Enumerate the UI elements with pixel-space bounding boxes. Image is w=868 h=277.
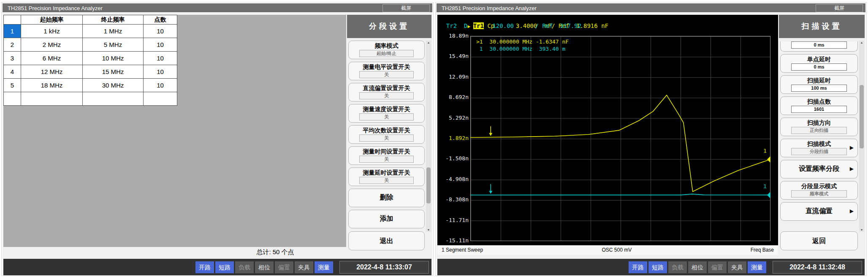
table-row[interactable]: 5 18 MHz 30 MHz 10 [4,79,177,92]
screen: TH2851 Precision Impedance Analyzer 截屏 起… [0,0,868,277]
row-stop[interactable] [83,92,144,106]
cal-fixture-button[interactable]: 夹具 [295,261,313,273]
row-points[interactable]: 10 [144,25,177,38]
row-num[interactable]: 1 [4,25,21,38]
button-value: 关 [359,92,414,99]
cal-short-button[interactable]: 短路 [215,261,234,273]
scroll-up-icon[interactable]: ▲ [426,41,431,44]
sweep-points-button[interactable]: 扫描点数 1601 [780,96,858,115]
speed-switch-button[interactable]: 测量速度设置开关 关 [348,104,425,123]
cal-fixture-button[interactable]: 夹具 [728,261,746,273]
sweep-type-label: 1 Segment Sweep [442,247,483,253]
col-header-stop: 终止频率 [83,15,144,25]
statusbar: 开路 短路 负载 相位 偏置 夹具 测量 2022-4-8 11:32:48 [437,259,865,275]
level-switch-button[interactable]: 测量电平设置开关 关 [348,62,425,80]
button-value: 关 [359,71,414,78]
measure-button[interactable]: 测量 [315,261,333,273]
button-value: 0 ms [791,63,846,71]
table-row[interactable] [4,92,177,106]
row-start[interactable]: 18 MHz [21,79,83,92]
segment-display-mode-button[interactable]: 分段显示模式 频率模式 [780,181,858,200]
panel-scrollbar[interactable]: ▲ ▼ [859,41,864,232]
osc-level-label: OSC 500 mV [602,247,632,253]
y-tick-label: -11.71n [437,217,469,223]
cal-phase-button[interactable]: 相位 [688,261,707,273]
row-start[interactable]: 1 kHz [21,25,83,38]
y-tick-label: -1.508n [437,155,469,162]
freq-mode-button[interactable]: 频率模式 起始/终止 [348,41,425,59]
point-delay-button-partial[interactable]: 0 ms [780,41,858,52]
sweep-direction-button[interactable]: 扫描方向 正向扫描 [780,118,858,136]
segment-table[interactable]: 起始频率 终止频率 点数 1 1 kHz 1 MHz 10 2 2 MHz 5 … [3,15,177,106]
dc-bias-switch-button[interactable]: 直流偏置设置开关 关 [348,83,425,101]
cal-open-button[interactable]: 开路 [629,261,647,273]
cal-open-button[interactable]: 开路 [195,261,214,273]
row-start[interactable]: 12 MHz [21,65,83,79]
single-point-delay-button[interactable]: 单点延时 0 ms [780,54,858,73]
button-value: 分段扫描 [791,148,846,155]
scroll-up-icon[interactable]: ▲ [859,41,864,44]
panel-scrollbar[interactable]: ▲ ▼ [426,41,431,232]
table-row[interactable]: 3 6 MHz 10 MHz 10 [4,52,177,65]
sweep-delay-button[interactable]: 扫描延时 100 ms [780,75,858,94]
trace-plot: 11 [470,36,770,241]
row-stop[interactable]: 1 MHz [83,25,144,38]
row-num[interactable]: 2 [4,38,21,52]
row-stop[interactable]: 15 MHz [83,65,144,79]
row-points[interactable]: 10 [144,65,177,79]
cal-load-button[interactable]: 负载 [668,261,687,273]
meas-time-switch-button[interactable]: 测量时间设置开关 关 [348,146,425,165]
row-points[interactable]: 10 [144,38,177,52]
add-button[interactable]: 添加 [348,210,425,228]
row-stop[interactable]: 5 MHz [83,38,144,52]
row-num[interactable]: 5 [4,79,21,92]
row-num[interactable] [4,92,21,106]
axis-base-label: Freq Base [751,247,774,253]
scroll-thumb[interactable] [860,85,864,148]
back-button[interactable]: 返回 [780,231,858,250]
cal-bias-button[interactable]: 偏置 [708,261,727,273]
svg-text:1: 1 [763,183,767,189]
delete-button[interactable]: 删除 [348,189,425,207]
scroll-down-icon[interactable]: ▼ [859,228,864,231]
sweep-settings-window: TH2851 Precision Impedance Analyzer 截屏 ▶… [436,3,866,275]
y-tick-label: 12.09n [437,74,469,80]
row-start[interactable]: 6 MHz [21,52,83,65]
panel-scroll-area: 0 ms 单点延时 0 ms 扫描延时 100 ms 扫描点数 1601 扫描方… [780,41,858,232]
meas-delay-switch-button[interactable]: 测量延时设置开关 关 [348,167,425,186]
row-points[interactable]: 10 [144,52,177,65]
screenshot-button[interactable]: 截屏 [382,4,430,12]
statusbar: 开路 短路 负载 相位 偏置 夹具 测量 2022-4-8 11:33:07 [3,259,431,275]
average-switch-button[interactable]: 平均次数设置开关 关 [348,125,425,144]
screenshot-button[interactable]: 截屏 [816,4,863,12]
row-points[interactable] [144,92,177,106]
dc-bias-button[interactable]: 直流偏置 ▶ [780,202,858,221]
scroll-down-icon[interactable]: ▼ [426,228,431,231]
measure-button[interactable]: 测量 [748,261,766,273]
row-stop[interactable]: 10 MHz [83,52,144,65]
row-start[interactable] [21,92,83,106]
table-row[interactable]: 2 2 MHz 5 MHz 10 [4,38,177,52]
row-stop[interactable]: 30 MHz [83,79,144,92]
sweep-settings-panel: 扫描设置 0 ms 单点延时 0 ms 扫描延时 100 ms 扫描点数 160… [779,15,865,256]
button-label: 直流偏置 [781,203,857,219]
button-value: 正向扫描 [791,127,846,134]
cal-short-button[interactable]: 短路 [648,261,667,273]
row-points[interactable]: 10 [144,79,177,92]
submenu-arrow-icon: ▶ [850,208,854,214]
cal-load-button[interactable]: 负载 [235,261,254,273]
exit-button[interactable]: 退出 [348,231,425,250]
clock: 2022-4-8 11:32:48 [773,261,862,274]
set-freq-segments-button[interactable]: 设置频率分段 ▶ [780,160,858,178]
row-num[interactable]: 4 [4,65,21,79]
scroll-thumb[interactable] [426,167,431,203]
cal-bias-button[interactable]: 偏置 [275,261,293,273]
y-tick-label: 15.49n [437,53,469,59]
row-num[interactable]: 3 [4,52,21,65]
sweep-mode-button[interactable]: 扫描模式 分段扫描 ▶ [780,139,858,157]
trace2-header: Tr2 D 120.00 / Ref 317.92 [439,22,581,29]
table-row[interactable]: 4 12 MHz 15 MHz 10 [4,65,177,79]
row-start[interactable]: 2 MHz [21,38,83,52]
cal-phase-button[interactable]: 相位 [255,261,274,273]
table-row[interactable]: 1 1 kHz 1 MHz 10 [4,25,177,38]
